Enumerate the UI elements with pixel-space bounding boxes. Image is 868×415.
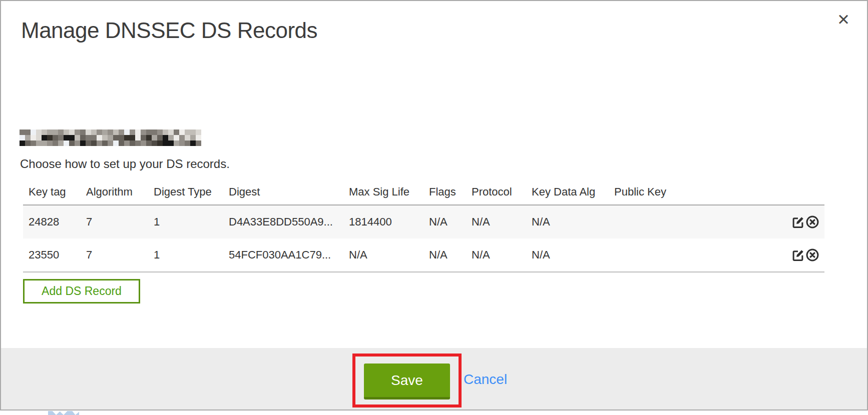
manage-dnssec-ds-records-modal: Manage DNSSEC DS Records ✕ Choose how to… bbox=[0, 0, 868, 410]
delete-x-icon bbox=[805, 215, 819, 229]
instruction-text: Choose how to set up your DS records. bbox=[20, 157, 230, 171]
underlying-page-strip bbox=[0, 410, 868, 415]
cell-flags: N/A bbox=[423, 205, 466, 238]
row-actions bbox=[774, 205, 824, 238]
edit-record-button[interactable] bbox=[791, 248, 805, 262]
cell-protocol: N/A bbox=[466, 205, 526, 238]
cell-key-data-alg: N/A bbox=[526, 205, 609, 238]
ds-records-table: Key tag Algorithm Digest Type Digest Max… bbox=[23, 179, 824, 272]
delete-record-button[interactable] bbox=[805, 248, 819, 262]
table-row: 23550 7 1 54FCF030AA1C79... N/A N/A N/A … bbox=[23, 238, 824, 272]
underlying-page-fragment bbox=[48, 411, 79, 415]
cell-key-tag: 23550 bbox=[23, 238, 81, 272]
col-header-key-tag: Key tag bbox=[23, 179, 81, 205]
save-button[interactable]: Save bbox=[364, 364, 450, 400]
annotation-highlight: Save bbox=[352, 354, 462, 408]
col-header-flags: Flags bbox=[423, 179, 466, 205]
cell-public-key bbox=[609, 238, 774, 272]
edit-record-button[interactable] bbox=[791, 215, 805, 229]
cell-digest: 54FCF030AA1C79... bbox=[223, 238, 343, 272]
col-header-max-sig-life: Max Sig Life bbox=[343, 179, 423, 205]
close-icon[interactable]: ✕ bbox=[837, 12, 850, 28]
edit-icon bbox=[791, 215, 805, 229]
table-row: 24828 7 1 D4A33E8DD550A9... 1814400 N/A … bbox=[23, 205, 824, 238]
modal-footer: Save Cancel bbox=[1, 348, 867, 410]
cell-max-sig-life: N/A bbox=[343, 238, 423, 272]
cell-digest: D4A33E8DD550A9... bbox=[223, 205, 343, 238]
edit-icon bbox=[791, 248, 805, 262]
page-title: Manage DNSSEC DS Records bbox=[21, 18, 317, 43]
col-header-protocol: Protocol bbox=[466, 179, 526, 205]
cell-key-tag: 24828 bbox=[23, 205, 81, 238]
table-header-row: Key tag Algorithm Digest Type Digest Max… bbox=[23, 179, 824, 205]
col-header-key-data-alg: Key Data Alg bbox=[526, 179, 609, 205]
cell-protocol: N/A bbox=[466, 238, 526, 272]
cell-algorithm: 7 bbox=[81, 238, 148, 272]
cell-algorithm: 7 bbox=[81, 205, 148, 238]
cell-public-key bbox=[609, 205, 774, 238]
cell-key-data-alg: N/A bbox=[526, 238, 609, 272]
cell-digest-type: 1 bbox=[148, 238, 223, 272]
delete-x-icon bbox=[805, 248, 819, 262]
delete-record-button[interactable] bbox=[805, 215, 819, 229]
row-actions bbox=[774, 238, 824, 272]
cancel-link[interactable]: Cancel bbox=[464, 372, 507, 388]
cell-digest-type: 1 bbox=[148, 205, 223, 238]
col-header-actions bbox=[774, 179, 824, 205]
cell-flags: N/A bbox=[423, 238, 466, 272]
col-header-public-key: Public Key bbox=[609, 179, 774, 205]
cell-max-sig-life: 1814400 bbox=[343, 205, 423, 238]
redacted-domain-name bbox=[20, 130, 201, 146]
col-header-digest: Digest bbox=[223, 179, 343, 205]
col-header-algorithm: Algorithm bbox=[81, 179, 148, 205]
col-header-digest-type: Digest Type bbox=[148, 179, 223, 205]
add-ds-record-button[interactable]: Add DS Record bbox=[23, 279, 140, 304]
